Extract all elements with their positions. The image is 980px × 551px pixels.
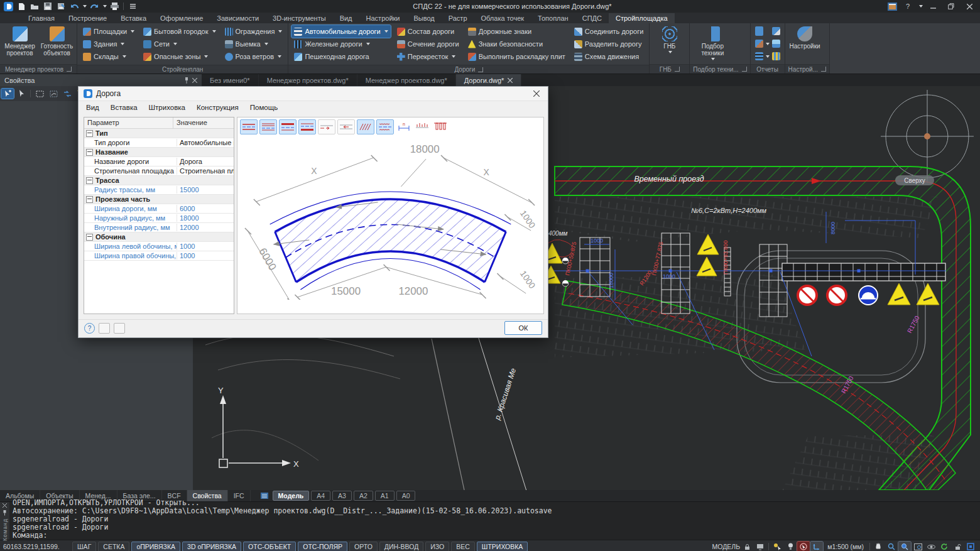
- close-button[interactable]: [961, 1, 977, 12]
- select-cursor-icon[interactable]: [15, 89, 28, 99]
- lane-bottom-icon[interactable]: [298, 119, 316, 134]
- toggle-setka[interactable]: СЕТКА: [98, 542, 129, 551]
- report-objects-button[interactable]: [772, 38, 780, 50]
- tab-close-icon[interactable]: [508, 78, 513, 83]
- tab-oformlenie[interactable]: Оформление: [153, 13, 210, 23]
- collapse-icon[interactable]: [86, 177, 93, 184]
- command-history[interactable]: OPEN,ИМПОРТА,ОТКРЫТЬ,УРЛОТКРОЙ - Открыть…: [9, 499, 980, 540]
- toggle-shag[interactable]: ШАГ: [72, 542, 96, 551]
- collapse-icon[interactable]: [86, 149, 93, 156]
- tab-oblaka-tochek[interactable]: Облака точек: [474, 13, 531, 23]
- ribbon-item-dorozhnye-znaki[interactable]: Дорожные знаки: [466, 25, 568, 38]
- minimize-button[interactable]: [925, 1, 941, 12]
- table-row[interactable]: Тип дорогиАвтомобильные вр...: [84, 138, 234, 148]
- dialog-close-button[interactable]: [530, 88, 543, 99]
- lane-single-icon[interactable]: [240, 119, 258, 134]
- panel-close-icon[interactable]: [3, 503, 7, 508]
- table-group-row[interactable]: Трасса: [84, 176, 234, 185]
- save-all-icon[interactable]: [55, 1, 67, 11]
- profile-icon[interactable]: [414, 119, 430, 133]
- ribbon-item-zheleznye-dorogi[interactable]: Железные дороги: [291, 38, 390, 50]
- help-caret-icon[interactable]: [919, 5, 923, 8]
- select-window-icon[interactable]: [33, 89, 46, 99]
- selection-cycle-icon[interactable]: [61, 89, 74, 99]
- table-row-inner-radius[interactable]: Внутренний радиус, мм12000: [84, 223, 234, 232]
- ribbon-item-peshekhodnaya-doroga[interactable]: Пешеходная дорога: [291, 50, 390, 63]
- zoom-object-icon[interactable]: [912, 542, 924, 551]
- lightbulb-icon[interactable]: [784, 542, 797, 551]
- redo-caret-icon[interactable]: [103, 5, 107, 8]
- redo-icon[interactable]: [89, 1, 100, 11]
- doc-tab-dorogi[interactable]: Дороги.dwg*: [456, 74, 522, 86]
- open-file-icon[interactable]: [29, 1, 40, 11]
- tab-nastroyki[interactable]: Настройки: [359, 13, 407, 23]
- help-button[interactable]: ?: [900, 1, 916, 12]
- hatch-edges-icon[interactable]: [376, 119, 394, 134]
- tab-vyvod[interactable]: Вывод: [406, 13, 441, 23]
- toggle-orto[interactable]: ОРТО: [349, 542, 378, 551]
- dialog-launcher-icon[interactable]: [67, 67, 72, 72]
- ribbon-item-vyemka[interactable]: Выемка: [222, 38, 285, 50]
- table-group-row[interactable]: Тип: [84, 129, 234, 138]
- report-grid-button[interactable]: [772, 51, 780, 62]
- doc-tab-unnamed[interactable]: Без имени0*: [202, 74, 259, 86]
- lane-top-icon[interactable]: [279, 119, 297, 134]
- width-dim-icon[interactable]: n: [396, 119, 412, 133]
- table-row-radius[interactable]: Радиус трассы, мм15000: [84, 185, 234, 195]
- undo-icon[interactable]: [68, 1, 80, 11]
- tab-topoplan[interactable]: Топоплан: [531, 13, 575, 23]
- table-group-row[interactable]: Обочина: [84, 232, 234, 242]
- report-links-button[interactable]: [755, 38, 770, 50]
- restore-button[interactable]: [943, 1, 959, 12]
- project-manager-button[interactable]: Менеджер проектов: [2, 25, 38, 63]
- toggle-izo[interactable]: ИЗО: [425, 542, 449, 551]
- dialog-settings-icon[interactable]: [99, 323, 110, 334]
- toggle-oprivyazka[interactable]: оПРИВЯЗКА: [131, 542, 180, 551]
- table-row-width[interactable]: Ширина дороги, мм6000: [84, 204, 234, 214]
- toggle-din-vvod[interactable]: ДИН-ВВОД: [379, 542, 423, 551]
- tab-spds[interactable]: СПДС: [575, 13, 609, 23]
- unlock-icon[interactable]: [951, 542, 964, 551]
- ribbon-item-sechenie-dorogi[interactable]: Сечение дороги: [395, 38, 462, 50]
- annotation-monitor-icon[interactable]: [754, 542, 766, 551]
- table-row-left-shoulder[interactable]: Ширина левой обочины, мм1000: [84, 242, 234, 251]
- ribbon-item-razdelit-dorogu[interactable]: Разделить дорогу: [572, 38, 646, 50]
- ribbon-item-ograzhdeniya[interactable]: Ограждения: [222, 25, 285, 38]
- object-readiness-button[interactable]: Готовность объектов: [39, 25, 75, 63]
- viewport-lock-icon[interactable]: [741, 542, 753, 551]
- ok-button[interactable]: ОК: [504, 321, 542, 335]
- pin-icon[interactable]: [184, 77, 189, 84]
- doc-tab-project-manager-1[interactable]: Менеджер проектов.dwg*: [259, 74, 357, 86]
- hatch-fill-icon[interactable]: [357, 119, 374, 134]
- orbit-icon[interactable]: [925, 542, 937, 551]
- menu-konstruktsiya[interactable]: Конструкция: [197, 104, 239, 111]
- undo-caret-icon[interactable]: [83, 5, 87, 8]
- dialog-launcher-icon[interactable]: [478, 67, 483, 72]
- tab-zavisimosti[interactable]: Зависимости: [210, 13, 266, 23]
- collapse-icon[interactable]: [86, 130, 93, 137]
- print-icon[interactable]: [109, 1, 120, 11]
- table-row[interactable]: Название дорогиДорога: [84, 157, 234, 166]
- table-group-row[interactable]: Название: [84, 148, 234, 157]
- isolate-objects-icon[interactable]: [797, 542, 810, 551]
- ribbon-item-raskladka-plit[interactable]: Выполнить раскладку плит: [466, 50, 568, 63]
- dialog-launcher-icon[interactable]: [675, 67, 680, 72]
- lane-arrow-icon[interactable]: [337, 119, 355, 134]
- table-row-right-shoulder[interactable]: Ширина правой обочины, мм1000: [84, 251, 234, 261]
- model-space-label[interactable]: МОДЕЛЬ: [712, 543, 741, 550]
- tab-glavnaya[interactable]: Главная: [21, 13, 62, 23]
- dialog-launcher-icon[interactable]: [821, 67, 826, 72]
- table-row[interactable]: Строительная площадкаСтроительная пло...: [84, 166, 234, 176]
- ribbon-item-ploshchadki[interactable]: Площадки: [80, 25, 137, 38]
- regen-icon[interactable]: [938, 542, 950, 551]
- select-lasso-icon[interactable]: [47, 89, 60, 99]
- collapse-icon[interactable]: [86, 234, 93, 241]
- lane-narrow-icon[interactable]: [318, 119, 335, 134]
- clean-screen-icon[interactable]: [964, 542, 977, 551]
- tab-vid[interactable]: Вид: [333, 13, 359, 23]
- dialog-help-button[interactable]: ?: [84, 323, 95, 334]
- collapse-icon[interactable]: [86, 196, 93, 203]
- lane-double-icon[interactable]: [259, 119, 277, 134]
- toggle-ots-obekt[interactable]: ОТС-ОБЪЕКТ: [243, 542, 296, 551]
- annotation-scale[interactable]: м1:500 (мм): [824, 543, 868, 550]
